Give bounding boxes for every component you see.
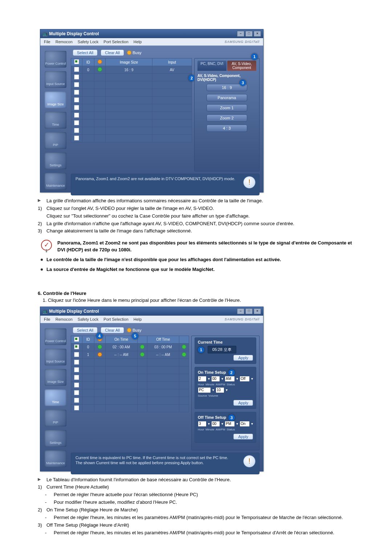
row-checkbox[interactable]	[74, 360, 79, 365]
lbl-ampm: AM/PM	[216, 383, 225, 386]
table-row[interactable]	[71, 135, 192, 142]
table-row[interactable]	[71, 374, 189, 381]
window-min-button[interactable]: –	[237, 308, 244, 314]
row-checkbox[interactable]	[74, 382, 79, 388]
off-status[interactable]: On	[240, 421, 250, 427]
table-row[interactable]	[71, 381, 189, 389]
row-checkbox[interactable]	[74, 105, 79, 110]
table-row[interactable]: 0 02 : 00 AM 03 : 00 PM	[71, 343, 189, 351]
table-row[interactable]	[71, 389, 189, 397]
on-ampm[interactable]: AM	[225, 376, 235, 382]
table-row[interactable]	[71, 104, 192, 112]
row-checkbox[interactable]	[74, 74, 79, 80]
row-checkbox[interactable]	[74, 90, 79, 95]
table-row[interactable]	[71, 81, 192, 89]
info-2: La grille d'information n'affiche que l'…	[46, 220, 294, 227]
window-close-button[interactable]: ×	[254, 31, 261, 37]
menu-file[interactable]: File	[44, 317, 50, 321]
titlebar: 📺 Multiple Display Control – □ ×	[40, 29, 263, 38]
ratio-panorama[interactable]: Panorama	[207, 94, 247, 101]
window-min-button[interactable]: –	[237, 31, 244, 37]
row-checkbox[interactable]	[74, 120, 79, 125]
row-checkbox[interactable]	[74, 67, 79, 72]
info-1a: Cliquez sur l'onglet AV, S-VIDEO pour ré…	[46, 205, 214, 212]
row-checkbox[interactable]	[74, 97, 79, 102]
busy-indicator: Busy	[127, 328, 141, 332]
off-ampm[interactable]: PM	[225, 421, 235, 427]
section-step-1: Cliquez sur l'icône Heure dans le menu p…	[48, 297, 354, 303]
sidebar-item-maintenance[interactable]: Maintenance	[45, 173, 66, 190]
apply-on-time-button[interactable]: Apply	[233, 400, 253, 406]
sidebar-item-time[interactable]: Time	[45, 112, 66, 129]
apply-current-time-button[interactable]: Apply	[233, 355, 253, 361]
table-row[interactable]	[71, 89, 192, 97]
row-checkbox[interactable]	[74, 344, 79, 349]
on-hour[interactable]: 2	[198, 376, 207, 382]
on-status[interactable]: Off	[240, 376, 250, 382]
menu-port-selection[interactable]: Port Selection	[103, 40, 128, 44]
table-row[interactable]	[71, 404, 189, 412]
sidebar-item-power-control[interactable]: Power Control	[45, 328, 66, 345]
sidebar-item-time[interactable]: Time	[45, 389, 66, 406]
menu-file[interactable]: File	[44, 40, 50, 44]
tab-av-svideo[interactable]: AV, S-Video, Component	[227, 61, 256, 71]
table-row[interactable]	[71, 97, 192, 104]
sidebar-item-image-size[interactable]: Image Size	[45, 369, 66, 386]
ratio-4-3[interactable]: 4 : 3	[207, 125, 247, 132]
table-row[interactable]	[71, 397, 189, 404]
sidebar-item-power-control[interactable]: Power Control	[45, 51, 66, 68]
header-checkbox[interactable]	[74, 59, 79, 64]
sidebar-item-settings[interactable]: Settings	[45, 153, 66, 169]
menu-safety-lock[interactable]: Safety Lock	[78, 40, 98, 44]
sidebar-item-input-source[interactable]: Input Source	[45, 71, 66, 88]
select-all-button[interactable]: Select All	[73, 50, 97, 56]
window-max-button[interactable]: □	[245, 31, 253, 37]
sidebar-item-settings[interactable]: Settings	[45, 430, 66, 447]
on-volume[interactable]: 10	[216, 387, 224, 393]
sidebar-item-pip[interactable]: PIP	[45, 410, 66, 426]
row-checkbox[interactable]	[74, 398, 79, 403]
header-checkbox[interactable]	[74, 337, 79, 342]
table-row[interactable]	[71, 119, 192, 127]
tab-pc-bnc-dvi[interactable]: PC, BNC, DVI	[197, 61, 226, 71]
window-max-button[interactable]: □	[245, 308, 253, 314]
table-row[interactable]	[71, 358, 189, 366]
current-time-title: Current Time	[198, 340, 222, 344]
ratio-zoom2[interactable]: Zoom 2	[207, 114, 247, 122]
off-minute[interactable]: 00	[211, 421, 220, 427]
select-all-button[interactable]: Select All	[73, 327, 97, 333]
ratio-zoom1[interactable]: Zoom 1	[207, 104, 247, 112]
on-minute[interactable]: 00	[211, 376, 220, 382]
menu-remocon[interactable]: Remocon	[56, 40, 73, 44]
menu-port-selection[interactable]: Port Selection	[103, 317, 128, 321]
sidebar-item-maintenance[interactable]: Maintenance	[45, 450, 66, 467]
row-checkbox[interactable]	[74, 405, 79, 410]
menu-safety-lock[interactable]: Safety Lock	[78, 317, 98, 321]
table-row[interactable]	[71, 112, 192, 119]
row-checkbox[interactable]	[74, 367, 79, 372]
sidebar-item-pip[interactable]: PIP	[45, 132, 66, 149]
clear-all-button[interactable]: Clear All	[101, 327, 124, 333]
row-checkbox[interactable]	[74, 375, 79, 380]
menu-remocon[interactable]: Remocon	[56, 317, 73, 321]
row-checkbox[interactable]	[74, 113, 79, 118]
apply-off-time-button[interactable]: Apply	[233, 434, 253, 439]
on-source[interactable]: PC	[198, 387, 211, 393]
off-hour[interactable]: 3	[198, 421, 207, 427]
table-row[interactable]: 1 -- : -- AM -- : -- AM	[71, 351, 189, 358]
sidebar-item-image-size[interactable]: Image Size	[45, 92, 66, 108]
row-checkbox[interactable]	[74, 128, 79, 133]
table-row[interactable]	[71, 74, 192, 81]
menu-help[interactable]: Help	[134, 317, 142, 321]
table-row[interactable]	[71, 366, 189, 374]
row-checkbox[interactable]	[74, 82, 79, 87]
table-row[interactable]	[71, 127, 192, 135]
window-close-button[interactable]: ×	[254, 308, 261, 314]
row-checkbox[interactable]	[74, 390, 79, 395]
row-checkbox[interactable]	[74, 135, 79, 141]
menu-help[interactable]: Help	[134, 40, 142, 44]
clear-all-button[interactable]: Clear All	[101, 50, 124, 56]
row-checkbox[interactable]	[74, 352, 79, 357]
sidebar-item-input-source[interactable]: Input Source	[45, 349, 66, 365]
table-row[interactable]: 0 16 : 9 AV	[71, 66, 192, 74]
